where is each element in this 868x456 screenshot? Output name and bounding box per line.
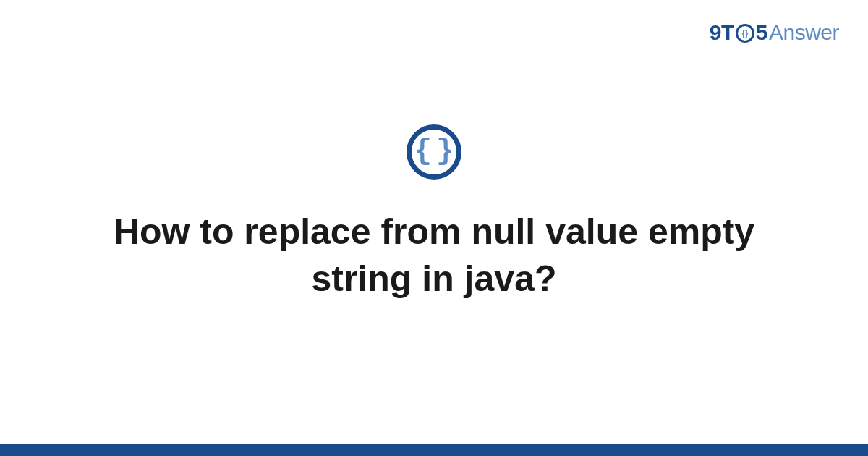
page-title: How to replace from null value empty str… — [109, 208, 760, 303]
code-braces-icon: {} — [414, 138, 458, 166]
footer-bar — [0, 444, 868, 456]
category-icon: {} — [407, 124, 461, 180]
main-content: {} How to replace from null value empty … — [0, 0, 868, 456]
